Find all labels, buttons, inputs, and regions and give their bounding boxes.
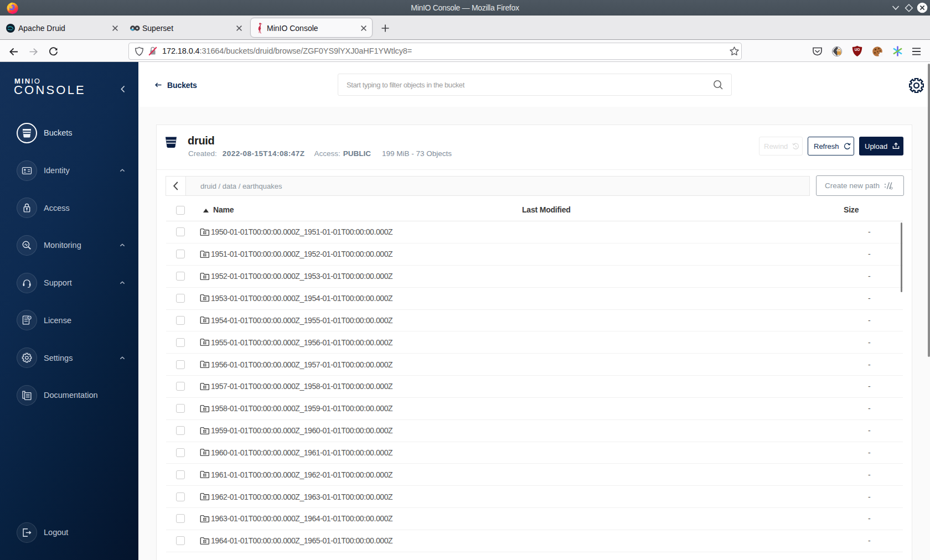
svg-text:UO: UO bbox=[855, 48, 860, 51]
